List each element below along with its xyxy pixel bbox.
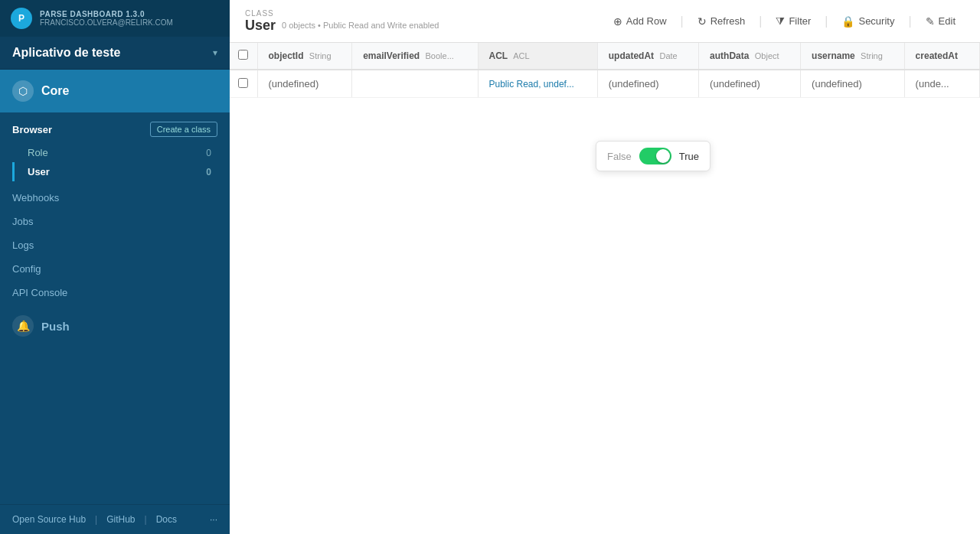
- col-emailverified-type: Boole...: [426, 51, 454, 60]
- class-title-row: User 0 objects • Public Read and Write e…: [245, 18, 439, 34]
- col-updatedat-type: Date: [659, 51, 677, 60]
- edit-icon: ✎: [926, 15, 935, 28]
- refresh-icon: ↻: [697, 15, 707, 28]
- open-source-hub-link[interactable]: Open Source Hub: [12, 514, 86, 525]
- security-label: Security: [858, 15, 894, 27]
- sidebar-item-role-label: Role: [28, 147, 48, 158]
- sidebar-item-user-label: User: [28, 166, 50, 177]
- sidebar-item-logs-label: Logs: [12, 239, 34, 251]
- sidebar-item-config[interactable]: Config: [0, 257, 230, 281]
- class-label: CLASS: [245, 9, 439, 18]
- toolbar-sep-3: |: [825, 15, 828, 28]
- col-acl-type: ACL: [513, 51, 529, 60]
- sidebar-header-text: PARSE DASHBOARD 1.3.0 FRANCISCO.OLVERA@R…: [40, 10, 173, 27]
- toggle-false-label: False: [607, 151, 632, 162]
- sidebar-item-role-count: 0: [206, 148, 211, 158]
- col-username-type: String: [861, 51, 883, 60]
- data-table: objectId String emailVerified Boole... A…: [230, 43, 980, 98]
- add-row-button[interactable]: ⊕ Add Row: [604, 11, 676, 32]
- select-all-header[interactable]: [230, 43, 257, 70]
- cell-createdat-value: (unde...: [916, 78, 949, 90]
- main-content: CLASS User 0 objects • Public Read and W…: [230, 0, 980, 534]
- sidebar-item-api-console[interactable]: API Console: [0, 281, 230, 304]
- filter-label: Filter: [789, 15, 811, 27]
- sidebar: P PARSE DASHBOARD 1.3.0 FRANCISCO.OLVERA…: [0, 0, 230, 534]
- sidebar-item-webhooks-label: Webhooks: [12, 192, 59, 204]
- security-button[interactable]: 🔒 Security: [832, 11, 903, 32]
- core-section[interactable]: ⬡ Core: [0, 70, 230, 112]
- col-acl: ACL ACL: [478, 43, 597, 70]
- footer-more-button[interactable]: ···: [210, 514, 217, 525]
- class-meta: 0 objects • Public Read and Write enable…: [282, 21, 439, 30]
- sidebar-item-jobs-label: Jobs: [12, 216, 33, 227]
- refresh-button[interactable]: ↻ Refresh: [688, 11, 755, 32]
- filter-button[interactable]: ⧩ Filter: [766, 10, 820, 32]
- row-checkbox-cell[interactable]: [230, 70, 257, 98]
- col-authdata-type: Object: [755, 51, 779, 60]
- sidebar-header: P PARSE DASHBOARD 1.3.0 FRANCISCO.OLVERA…: [0, 0, 230, 37]
- col-username: username String: [801, 43, 905, 70]
- app-selector[interactable]: Aplicativo de teste ▾: [0, 37, 230, 70]
- cell-createdat[interactable]: (unde...: [904, 70, 979, 98]
- toolbar-actions: ⊕ Add Row | ↻ Refresh | ⧩ Filter | 🔒 Sec…: [604, 10, 965, 32]
- sidebar-item-webhooks[interactable]: Webhooks: [0, 186, 230, 210]
- browser-section: Browser Create a class Role 0 User 0: [0, 112, 230, 186]
- col-emailverified: emailVerified Boole...: [352, 43, 478, 70]
- col-objectid-type: String: [309, 51, 332, 60]
- edit-label: Edit: [939, 15, 956, 27]
- cell-objectid-value: (undefined): [269, 78, 319, 90]
- table-header-row: objectId String emailVerified Boole... A…: [230, 43, 980, 70]
- footer-divider-2: |: [145, 514, 147, 525]
- github-link[interactable]: GitHub: [106, 514, 135, 525]
- row-checkbox[interactable]: [238, 78, 248, 88]
- col-objectid: objectId String: [257, 43, 352, 70]
- sidebar-item-jobs[interactable]: Jobs: [0, 210, 230, 233]
- col-updatedat: updatedAt Date: [597, 43, 698, 70]
- create-class-button[interactable]: Create a class: [150, 122, 217, 137]
- class-info: CLASS User 0 objects • Public Read and W…: [245, 9, 439, 34]
- push-label: Push: [41, 320, 70, 333]
- sidebar-item-user[interactable]: User 0: [12, 162, 217, 181]
- toolbar-sep-1: |: [681, 15, 684, 28]
- app-name: Aplicativo de teste: [12, 46, 120, 60]
- refresh-label: Refresh: [710, 15, 746, 27]
- toggle-switch[interactable]: [639, 148, 671, 164]
- sidebar-item-logs[interactable]: Logs: [0, 233, 230, 257]
- table-container[interactable]: objectId String emailVerified Boole... A…: [230, 43, 980, 534]
- cell-emailverified[interactable]: [352, 70, 478, 98]
- cell-objectid[interactable]: (undefined): [257, 70, 352, 98]
- toggle-knob: [656, 149, 670, 163]
- col-authdata: authData Object: [699, 43, 801, 70]
- docs-link[interactable]: Docs: [156, 514, 177, 525]
- push-section[interactable]: 🔔 Push: [0, 304, 230, 347]
- cell-authdata-value: (undefined): [710, 78, 760, 90]
- toolbar: CLASS User 0 objects • Public Read and W…: [230, 0, 980, 43]
- cell-username[interactable]: (undefined): [801, 70, 905, 98]
- sidebar-item-role[interactable]: Role 0: [12, 143, 217, 162]
- table-row[interactable]: (undefined) Public Read, undef... (undef…: [230, 70, 980, 98]
- toggle-dropdown[interactable]: False True: [596, 141, 710, 171]
- toolbar-sep-2: |: [759, 15, 762, 28]
- cell-username-value: (undefined): [812, 78, 862, 90]
- toolbar-sep-4: |: [908, 15, 911, 28]
- col-createdat: createdAt: [904, 43, 979, 70]
- edit-button[interactable]: ✎ Edit: [916, 11, 965, 32]
- class-name: User: [245, 18, 276, 34]
- core-label: Core: [41, 84, 69, 98]
- browser-label: Browser: [12, 124, 52, 135]
- add-row-label: Add Row: [626, 15, 667, 27]
- cell-acl[interactable]: Public Read, undef...: [478, 70, 597, 98]
- plus-icon: ⊕: [613, 15, 622, 28]
- filter-icon: ⧩: [776, 15, 785, 28]
- sidebar-item-config-label: Config: [12, 263, 41, 275]
- parse-logo: P: [11, 8, 32, 29]
- cell-updatedat[interactable]: (undefined): [597, 70, 698, 98]
- select-all-checkbox[interactable]: [238, 50, 248, 60]
- toggle-true-label: True: [679, 151, 699, 162]
- browser-header: Browser Create a class: [12, 122, 217, 137]
- core-icon: ⬡: [12, 80, 34, 102]
- chevron-down-icon: ▾: [213, 47, 217, 58]
- sidebar-email: FRANCISCO.OLVERA@RELIRK.COM: [40, 18, 173, 27]
- lock-icon: 🔒: [841, 15, 854, 28]
- cell-authdata[interactable]: (undefined): [699, 70, 801, 98]
